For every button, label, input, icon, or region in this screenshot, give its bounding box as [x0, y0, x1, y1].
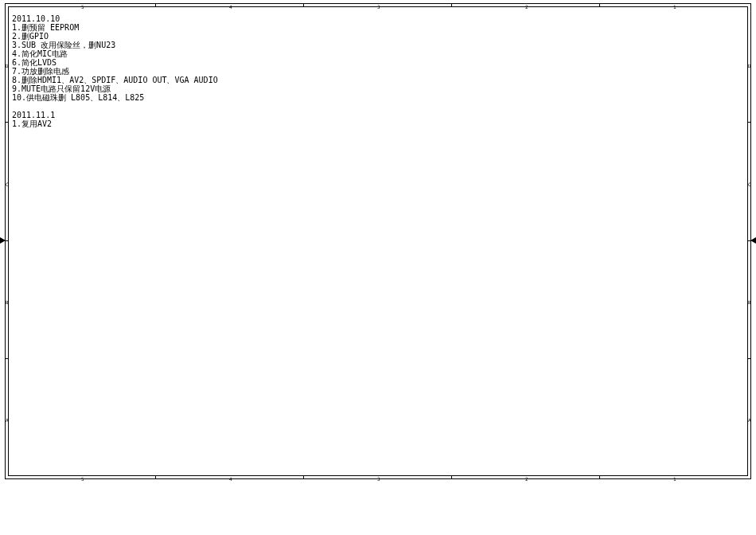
tick-top [451, 3, 452, 6]
tick-right [748, 358, 751, 359]
note-item: 1.删预留 EEPROM [12, 23, 79, 32]
row-label-right-a: A [748, 417, 751, 423]
row-label-left-c: C [6, 182, 9, 187]
row-label-left-b: B [6, 299, 9, 305]
col-label-bottom-1: 1 [673, 476, 676, 482]
note-item: 2.删GPIO [12, 32, 49, 41]
col-label-bottom-3: 3 [377, 476, 380, 482]
col-label-bottom-4: 4 [229, 476, 232, 482]
col-label-top-5: 5 [81, 4, 84, 10]
note-item: 4.简化MIC电路 [12, 49, 68, 58]
tick-top [599, 3, 600, 6]
note-date: 2011.10.10 [12, 14, 60, 23]
col-label-top-2: 2 [525, 4, 528, 10]
note-date: 2011.11.1 [12, 111, 55, 119]
col-label-bottom-2: 2 [525, 476, 528, 482]
arrow-left-icon [0, 237, 6, 244]
col-label-bottom-5: 5 [81, 476, 84, 482]
tick-right [748, 122, 751, 123]
note-item: 8.删除HDMI1、AV2、SPDIF、AUDIO OUT、VGA AUDIO [12, 76, 218, 84]
row-label-left-a: A [6, 417, 9, 423]
tick-top [155, 3, 156, 6]
tick-left [5, 358, 8, 359]
col-label-top-1: 1 [673, 4, 676, 10]
note-item: 7.功放删除电感 [12, 67, 69, 76]
note-item: 3.SUB 改用保险丝，删NU23 [12, 41, 115, 49]
tick-bottom [303, 476, 304, 479]
tick-bottom [599, 476, 600, 479]
col-label-top-4: 4 [229, 4, 232, 10]
tick-left [5, 122, 8, 123]
arrow-right-icon [750, 237, 756, 244]
tick-bottom [451, 476, 452, 479]
note-item: 1.复用AV2 [12, 119, 52, 128]
row-label-right-b: B [748, 299, 751, 305]
tick-top [303, 3, 304, 6]
note-item: 9.MUTE电路只保留12V电源 [12, 84, 111, 93]
row-label-left-d: D [6, 63, 9, 68]
row-label-right-d: D [748, 63, 751, 68]
tick-bottom [155, 476, 156, 479]
note-item: 6.简化LVDS [12, 58, 57, 67]
row-label-right-c: C [748, 182, 751, 187]
note-item: 10.供电磁珠删 L805、L814、L825 [12, 93, 144, 102]
col-label-top-3: 3 [377, 4, 380, 10]
